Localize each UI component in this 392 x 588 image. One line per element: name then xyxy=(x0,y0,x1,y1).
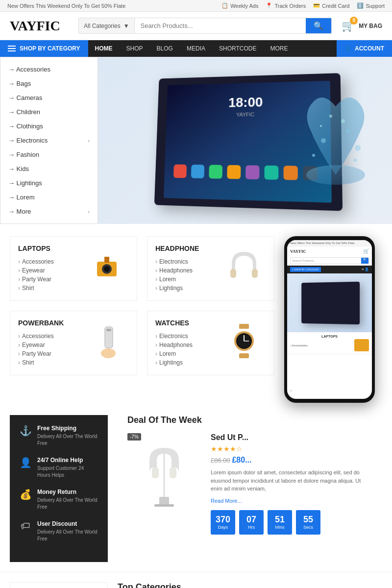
nav-media[interactable]: MEdIA xyxy=(180,40,212,57)
svg-rect-40 xyxy=(152,467,159,478)
top-categories-title: Top Categories xyxy=(118,582,372,588)
link-lorem[interactable]: Lorem xyxy=(155,275,216,284)
cart-badge: 0 xyxy=(350,17,358,24)
nav-more[interactable]: MORE xyxy=(263,40,294,57)
category-fashion[interactable]: → Fashion xyxy=(0,147,98,162)
phone-search-input: Search Products... xyxy=(291,258,361,264)
deal-description: Lorem ipsum dolor sit amet, consectetur … xyxy=(211,468,372,493)
svg-point-22 xyxy=(104,266,110,272)
svg-rect-28 xyxy=(106,329,111,331)
svg-point-13 xyxy=(346,129,350,133)
svg-rect-38 xyxy=(154,504,174,507)
deal-price-old: £86.00 xyxy=(211,457,230,464)
top-categories-section: Top Categories ELECTRONICS HEADPHONES LO… xyxy=(108,582,382,588)
weekly-ads-link[interactable]: 📋 Weekly Ads xyxy=(221,2,258,9)
link-headphones[interactable]: Headphones xyxy=(155,266,216,275)
svg-point-17 xyxy=(341,119,345,123)
search-button[interactable]: 🔍 xyxy=(306,18,331,33)
nav-shortcode[interactable]: SHORTCODE xyxy=(212,40,263,57)
powerbank-svg xyxy=(87,321,126,361)
svg-text:YAYFIC: YAYFIC xyxy=(236,111,255,118)
phone-banner: ← xyxy=(287,273,372,332)
link-accessories[interactable]: Accessories xyxy=(18,257,79,266)
shipping-icon: ⚓ xyxy=(20,425,31,437)
category-kids[interactable]: → Kids xyxy=(0,162,98,176)
deal-price-new: £80... xyxy=(232,456,251,464)
account-button[interactable]: 👤 ACCOUNT xyxy=(337,40,392,57)
link-eyewear[interactable]: Eyewear xyxy=(18,266,79,275)
svg-text:18:00: 18:00 xyxy=(228,94,263,110)
money-icon: 💰 xyxy=(20,489,31,500)
bottom-section: Top Rated Products architecto beatae vit… xyxy=(0,572,392,588)
link-pb-party-wear[interactable]: Party Wear xyxy=(18,349,79,358)
product-card-info-powerbank: POWERBANK Accessories Eyewear Party Wear… xyxy=(18,319,79,367)
category-children[interactable]: → Children xyxy=(0,105,98,119)
link-pb-eyewear[interactable]: Eyewear xyxy=(18,341,79,349)
svg-rect-4 xyxy=(191,164,204,178)
account-icon: 👤 xyxy=(344,45,352,52)
nav-shop[interactable]: SHOP xyxy=(120,40,150,57)
feature-money-text: Money Return Delivery All Over The World… xyxy=(37,489,98,511)
submenu-arrow-icon: › xyxy=(88,138,90,144)
header: VAYFIC All Categories ▼ 🔍 🛒 0 MY BAG xyxy=(0,12,392,40)
deal-content: Deal Of The Week -7% Sed Ut P... ★★★★☆ xyxy=(118,415,382,562)
deal-product-details: Sed Ut P... ★★★★☆ £86.00 £80... Lorem ip… xyxy=(211,433,372,535)
feature-money-return: 💰 Money Return Delivery All Over The Wor… xyxy=(20,489,98,511)
countdown-days: 370 Days xyxy=(211,510,235,535)
link-w-electronics[interactable]: Electronics xyxy=(155,332,216,341)
category-dropdown-trigger[interactable]: All Categories ▼ xyxy=(79,18,135,33)
category-accessories[interactable]: → Accessories xyxy=(0,62,98,76)
phone-nav: ≡ SHOP BY CATEGORY ≡ 👤 xyxy=(287,266,372,273)
link-lightings[interactable]: Lightings xyxy=(155,284,216,293)
deal-product-image: -7% xyxy=(127,433,201,512)
deal-headphone-svg xyxy=(130,433,198,512)
svg-point-18 xyxy=(320,125,322,127)
top-bar: New Offers This Weekend Only To Get 50% … xyxy=(0,0,392,12)
category-lorem[interactable]: → Lorem xyxy=(0,190,98,204)
category-bags[interactable]: → Bags xyxy=(0,76,98,91)
product-links-powerbank: Accessories Eyewear Party Wear Shirt xyxy=(18,332,79,367)
cart-area[interactable]: 🛒 0 MY BAG xyxy=(342,20,382,32)
discount-icon: 🏷 xyxy=(20,520,31,532)
shop-by-category-button[interactable]: SHOP BY CATEGORY xyxy=(0,40,88,57)
link-w-lightings[interactable]: Lightings xyxy=(155,358,216,367)
search-input[interactable] xyxy=(135,18,306,33)
category-more[interactable]: → More › xyxy=(0,204,98,219)
link-party-wear[interactable]: Party Wear xyxy=(18,275,79,284)
countdown-secs: 55 Secs xyxy=(296,510,320,535)
category-clothings[interactable]: → Clothings xyxy=(0,119,98,133)
nav-home[interactable]: HOME xyxy=(88,40,120,57)
track-orders-link[interactable]: 📍 Track Orders xyxy=(266,2,306,9)
credit-card-link[interactable]: 💳 Credit Card xyxy=(313,2,349,9)
product-links-watches: Electronics Headphones Lorem Lightings xyxy=(155,332,216,367)
deal-read-more[interactable]: Read More... xyxy=(211,498,242,504)
svg-point-16 xyxy=(329,115,332,118)
svg-rect-23 xyxy=(104,257,109,263)
nav-blog[interactable]: BLOG xyxy=(150,40,180,57)
product-title-laptops: LAPTOPS xyxy=(18,245,79,252)
support-link[interactable]: ℹ️ Support xyxy=(357,2,385,9)
deal-title: Deal Of The Week xyxy=(127,415,372,425)
features-column: ⚓ Free Shipping Delivery All Over The Wo… xyxy=(10,415,108,562)
link-w-lorem[interactable]: Lorem xyxy=(155,349,216,358)
phone-mockup: New Offers This Weekend Only To Get 50% … xyxy=(284,236,382,403)
svg-rect-3 xyxy=(173,164,187,178)
products-grid: LAPTOPS Accessories Eyewear Party Wear S… xyxy=(10,236,274,375)
products-grid-wrap: LAPTOPS Accessories Eyewear Party Wear S… xyxy=(10,236,274,403)
category-electronics[interactable]: → Electronics › xyxy=(0,133,98,147)
top-rated-column: Top Rated Products architecto beatae vit… xyxy=(10,582,108,588)
svg-point-19 xyxy=(354,159,357,162)
phone-search: Search Products... 🔍 xyxy=(290,257,369,264)
link-w-headphones[interactable]: Headphones xyxy=(155,341,216,349)
link-pb-shirt[interactable]: Shirt xyxy=(18,358,79,367)
category-cameras[interactable]: → Cameras xyxy=(0,91,98,105)
link-electronics[interactable]: Electronics xyxy=(155,257,216,266)
svg-point-15 xyxy=(355,145,361,151)
category-lightings[interactable]: → Lightings xyxy=(0,176,98,190)
link-shirt[interactable]: Shirt xyxy=(18,284,79,293)
link-pb-accessories[interactable]: Accessories xyxy=(18,332,79,341)
cart-label: MY BAG xyxy=(359,23,382,29)
main-nav: SHOP BY CATEGORY HOME SHOP BLOG MEdIA SH… xyxy=(0,40,392,57)
logo[interactable]: VAYFIC xyxy=(10,18,69,34)
laptop-product-svg xyxy=(87,247,126,286)
